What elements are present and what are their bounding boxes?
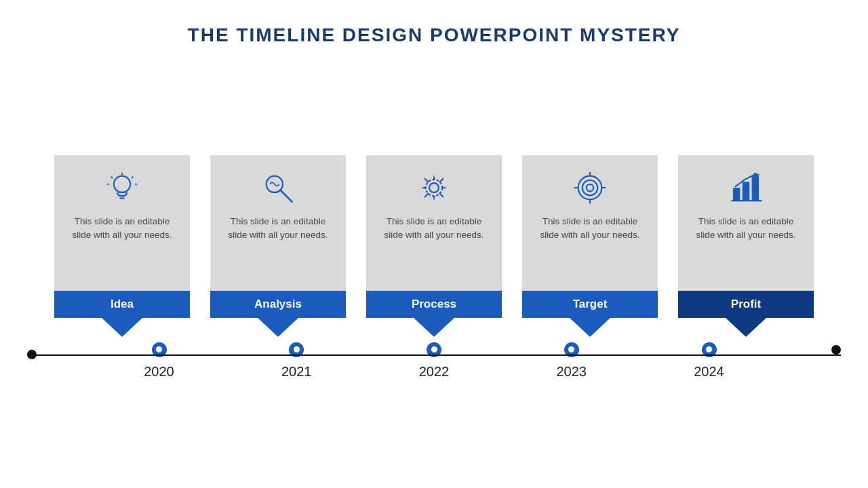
year-label-idea: 2020 — [144, 364, 174, 380]
card-box-profit: This slide is an editable slide with all… — [678, 155, 814, 291]
card-pointer-analysis — [258, 318, 298, 337]
svg-rect-20 — [743, 182, 749, 201]
timeline-dot-idea: 2020 — [144, 342, 174, 380]
card-text-idea: This slide is an editable slide with all… — [66, 215, 178, 243]
card-box-idea: This slide is an editable slide with all… — [54, 155, 190, 291]
card-profit: This slide is an editable slide with all… — [678, 155, 814, 337]
chart-icon — [728, 170, 764, 215]
card-label-process: Process — [366, 291, 502, 318]
svg-rect-19 — [733, 188, 740, 201]
card-text-process: This slide is an editable slide with all… — [378, 215, 490, 243]
card-target: This slide is an editable slide with all… — [522, 155, 658, 337]
year-label-analysis: 2021 — [281, 364, 312, 380]
card-pointer-profit — [726, 318, 766, 337]
year-label-profit: 2024 — [694, 364, 724, 380]
card-label-target: Target — [522, 291, 658, 318]
timeline-dot-profit: 2024 — [694, 342, 724, 380]
card-box-target: This slide is an editable slide with all… — [522, 155, 658, 291]
target-icon — [572, 170, 608, 215]
lightbulb-icon — [104, 170, 140, 215]
svg-point-14 — [587, 184, 593, 190]
timeline-dot-target: 2023 — [557, 342, 587, 380]
card-text-profit: This slide is an editable slide with all… — [690, 215, 802, 243]
card-label-idea: Idea — [54, 291, 190, 318]
card-process: This slide is an editable slide with all… — [366, 155, 502, 337]
card-label-profit: Profit — [678, 291, 814, 318]
card-text-target: This slide is an editable slide with all… — [534, 215, 646, 243]
card-idea: This slide is an editable slide with all… — [54, 155, 190, 337]
gear-icon — [416, 170, 452, 215]
year-label-target: 2023 — [557, 364, 587, 380]
card-box-process: This slide is an editable slide with all… — [366, 155, 502, 291]
year-label-process: 2022 — [419, 364, 450, 380]
timeline-line — [27, 354, 841, 357]
analysis-icon — [260, 170, 296, 215]
card-pointer-idea — [102, 318, 142, 337]
svg-line-9 — [280, 190, 292, 201]
svg-rect-21 — [752, 176, 759, 200]
timeline-dot-process: 2022 — [419, 342, 450, 380]
slide: THE TIMELINE DESIGN POWERPOINT MYSTERY T… — [0, 0, 868, 488]
svg-line-5 — [132, 176, 134, 178]
card-pointer-target — [570, 318, 610, 337]
card-pointer-process — [414, 318, 454, 337]
timeline-dot-analysis: 2021 — [281, 342, 312, 380]
card-analysis: This slide is an editable slide with all… — [210, 155, 346, 337]
svg-point-13 — [583, 180, 598, 195]
card-label-analysis: Analysis — [210, 291, 346, 318]
slide-title: THE TIMELINE DESIGN POWERPOINT MYSTERY — [188, 24, 681, 46]
dots-years-row: 2020 2021 2022 2023 2024 — [27, 342, 841, 380]
timeline-end-dot — [831, 345, 841, 354]
svg-point-0 — [114, 176, 130, 192]
timeline-container: 2020 2021 2022 2023 2024 — [27, 342, 841, 380]
card-box-analysis: This slide is an editable slide with all… — [210, 155, 346, 291]
svg-line-4 — [111, 176, 113, 178]
svg-point-10 — [429, 183, 439, 192]
card-text-analysis: This slide is an editable slide with all… — [222, 215, 334, 243]
timeline-area: This slide is an editable slide with all… — [0, 46, 868, 488]
cards-row: This slide is an editable slide with all… — [41, 155, 827, 337]
